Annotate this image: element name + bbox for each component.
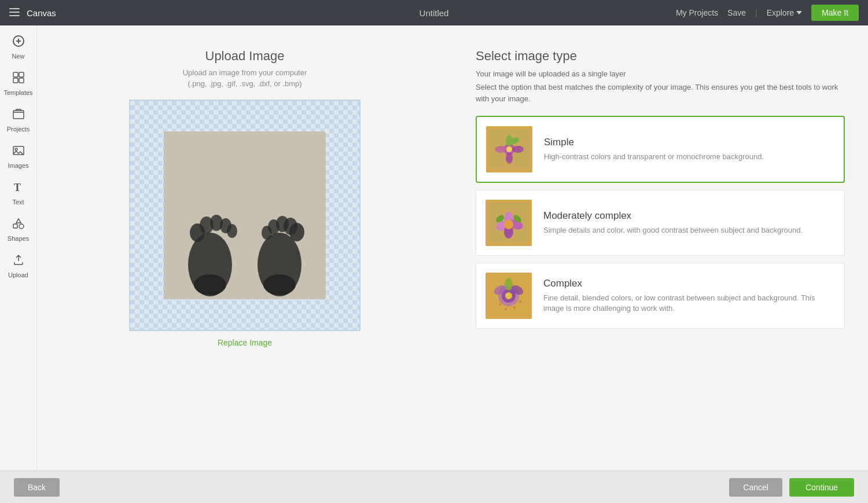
upload-title: Upload Image bbox=[205, 49, 285, 64]
complex-desc: Fine detail, blended colors, or low cont… bbox=[543, 293, 835, 314]
sidebar-item-upload[interactable]: Upload bbox=[2, 249, 35, 283]
svg-rect-1 bbox=[9, 12, 20, 13]
image-type-moderately-complex[interactable]: Moderately complex Simple details and co… bbox=[476, 190, 845, 256]
sidebar-item-new-label: New bbox=[12, 53, 24, 60]
svg-point-29 bbox=[263, 274, 296, 295]
sidebar-item-projects-label: Projects bbox=[7, 126, 30, 133]
select-subtitle: Your image will be uploaded as a single … bbox=[476, 69, 845, 78]
svg-point-34 bbox=[495, 146, 506, 153]
svg-point-56 bbox=[519, 300, 521, 303]
svg-rect-2 bbox=[9, 15, 20, 16]
sidebar-item-images-label: Images bbox=[8, 162, 28, 169]
svg-point-50 bbox=[505, 278, 513, 291]
svg-point-36 bbox=[506, 152, 513, 164]
svg-point-14 bbox=[19, 224, 24, 229]
continue-button[interactable]: Continue bbox=[789, 478, 854, 497]
svg-rect-15 bbox=[13, 224, 17, 228]
bottom-right-buttons: Cancel Continue bbox=[729, 478, 854, 497]
moderate-info: Moderately complex Simple details and co… bbox=[543, 210, 835, 236]
make-it-button[interactable]: Make It bbox=[811, 5, 859, 21]
footprint-image bbox=[164, 131, 326, 299]
app-logo: Canvas bbox=[27, 8, 56, 18]
images-icon bbox=[12, 144, 25, 160]
sidebar-item-shapes[interactable]: Shapes bbox=[2, 212, 35, 247]
svg-point-12 bbox=[15, 148, 17, 150]
upload-formats: (.png, .jpg, .gif, .svg, .dxf, or .bmp) bbox=[187, 79, 301, 88]
new-icon bbox=[12, 35, 25, 50]
svg-point-28 bbox=[289, 223, 304, 241]
simple-thumbnail bbox=[486, 126, 532, 172]
complex-name: Complex bbox=[543, 278, 835, 289]
shapes-icon bbox=[12, 217, 25, 233]
templates-icon bbox=[12, 71, 25, 87]
svg-rect-9 bbox=[19, 78, 24, 83]
replace-image-link[interactable]: Replace Image bbox=[218, 338, 272, 347]
complex-thumbnail bbox=[486, 273, 532, 319]
sidebar-item-projects[interactable]: Projects bbox=[2, 103, 35, 137]
upload-panel: Upload Image Upload an image from your c… bbox=[37, 25, 453, 471]
cancel-button[interactable]: Cancel bbox=[729, 478, 782, 497]
sidebar-item-text-label: Text bbox=[12, 199, 24, 205]
simple-info: Simple High-contrast colors and transpar… bbox=[544, 137, 834, 162]
upload-icon bbox=[12, 254, 25, 269]
simple-desc: High-contrast colors and transparent or … bbox=[544, 152, 834, 162]
upload-subtitle: Upload an image from your computer bbox=[183, 68, 307, 77]
svg-rect-0 bbox=[9, 8, 20, 9]
save-button[interactable]: Save bbox=[727, 8, 746, 17]
bottom-bar: Back Cancel Continue bbox=[0, 471, 868, 503]
sidebar-item-images[interactable]: Images bbox=[2, 139, 35, 174]
svg-point-22 bbox=[194, 274, 226, 295]
explore-button[interactable]: Explore bbox=[767, 8, 802, 17]
image-type-complex[interactable]: Complex Fine detail, blended colors, or … bbox=[476, 263, 845, 329]
my-projects-link[interactable]: My Projects bbox=[676, 8, 718, 17]
svg-rect-7 bbox=[19, 72, 24, 77]
moderate-name: Moderately complex bbox=[543, 210, 835, 222]
svg-point-54 bbox=[505, 308, 507, 310]
sidebar-item-templates-label: Templates bbox=[3, 89, 32, 96]
svg-rect-10 bbox=[13, 111, 24, 119]
sidebar-item-text[interactable]: T Text bbox=[2, 176, 35, 210]
svg-point-43 bbox=[504, 220, 513, 229]
left-sidebar: New Templates Projects Images T Text bbox=[0, 25, 37, 471]
svg-rect-8 bbox=[13, 78, 18, 83]
select-description: Select the option that best matches the … bbox=[476, 82, 845, 104]
document-title: Untitled bbox=[420, 8, 449, 18]
svg-point-49 bbox=[505, 292, 512, 299]
sidebar-item-upload-label: Upload bbox=[8, 271, 28, 278]
simple-name: Simple bbox=[544, 137, 834, 148]
top-nav: Canvas Untitled My Projects Save | Explo… bbox=[0, 0, 868, 25]
svg-rect-6 bbox=[13, 72, 18, 77]
projects-icon bbox=[12, 108, 25, 123]
moderate-thumbnail bbox=[486, 200, 532, 246]
select-image-type-title: Select image type bbox=[476, 49, 845, 64]
nav-right: My Projects Save | Explore Make It bbox=[676, 5, 859, 21]
complex-info: Complex Fine detail, blended colors, or … bbox=[543, 278, 835, 314]
svg-point-21 bbox=[227, 224, 237, 238]
image-preview-container bbox=[129, 100, 361, 331]
svg-point-32 bbox=[506, 146, 512, 152]
back-button[interactable]: Back bbox=[14, 478, 60, 497]
sidebar-item-templates[interactable]: Templates bbox=[2, 67, 35, 101]
menu-icon[interactable] bbox=[9, 7, 20, 19]
select-panel: Select image type Your image will be upl… bbox=[453, 25, 868, 471]
content-area: Upload Image Upload an image from your c… bbox=[37, 25, 868, 471]
svg-point-53 bbox=[499, 303, 501, 306]
image-type-simple[interactable]: Simple High-contrast colors and transpar… bbox=[476, 116, 845, 183]
nav-divider: | bbox=[755, 8, 757, 17]
svg-point-35 bbox=[512, 146, 524, 153]
main-layout: New Templates Projects Images T Text bbox=[0, 25, 868, 471]
moderate-desc: Simple details and color, with good cont… bbox=[543, 225, 835, 236]
svg-point-55 bbox=[513, 306, 516, 309]
sidebar-item-new[interactable]: New bbox=[2, 30, 35, 64]
svg-text:T: T bbox=[14, 182, 21, 193]
sidebar-item-shapes-label: Shapes bbox=[8, 235, 29, 242]
text-icon: T bbox=[12, 181, 25, 196]
